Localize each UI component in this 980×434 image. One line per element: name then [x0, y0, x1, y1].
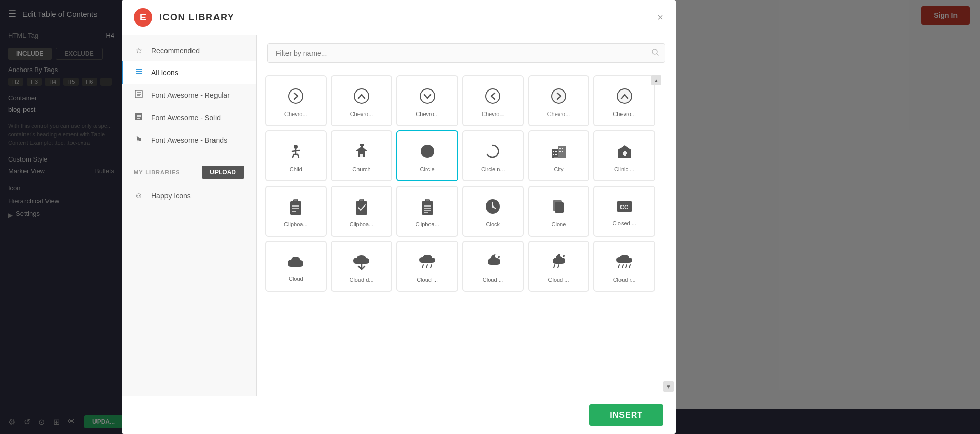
icon-name-circle-notch: Circle n...	[467, 166, 519, 172]
nav-label-all-icons: All Icons	[151, 68, 178, 77]
svg-rect-42	[554, 157, 558, 158]
svg-point-16	[486, 89, 500, 103]
svg-point-18	[617, 89, 632, 103]
icon-card-cloud-moon[interactable]: Cloud ...	[462, 241, 524, 292]
modal-close-button[interactable]: ×	[657, 12, 663, 22]
svg-point-13	[289, 89, 303, 103]
nav-item-happy-icons[interactable]: ☺ Happy Icons	[122, 185, 256, 207]
icon-card-child[interactable]: Child	[265, 130, 327, 181]
nav-label-recommended: Recommended	[151, 47, 200, 55]
nav-label-happy-icons: Happy Icons	[151, 192, 191, 200]
icon-name-chevron-left: Chevro...	[467, 111, 519, 117]
icon-card-chevron-left[interactable]: Chevro...	[462, 75, 524, 126]
search-box	[267, 43, 665, 63]
icon-card-cloud-rain[interactable]: Cloud ...	[396, 241, 458, 292]
svg-marker-44	[617, 145, 632, 150]
search-row	[257, 35, 676, 71]
icon-card-cloud-showers[interactable]: Cloud r...	[593, 241, 655, 292]
icon-card-clipboard-list[interactable]: Clipboa...	[396, 186, 458, 237]
search-input[interactable]	[267, 43, 665, 63]
star-icon: ☆	[134, 45, 144, 55]
clipboard-list-icon	[420, 198, 435, 217]
svg-rect-40	[559, 151, 561, 152]
icon-card-chevron-right[interactable]: Chevro...	[265, 75, 327, 126]
nav-item-fa-regular[interactable]: Font Awesome - Regular	[122, 84, 256, 106]
icon-card-clipboard[interactable]: Clipboa...	[265, 186, 327, 237]
icon-card-clipboard-check[interactable]: Clipboa...	[331, 186, 393, 237]
icon-card-cloud-download[interactable]: Cloud d...	[331, 241, 393, 292]
nav-divider	[134, 155, 244, 155]
chevron-up-circle-icon	[353, 88, 370, 107]
icon-card-church[interactable]: Church	[331, 130, 393, 181]
svg-line-79	[622, 265, 623, 268]
svg-rect-35	[555, 151, 557, 152]
modal-header: E ICON LIBRARY ×	[122, 0, 676, 35]
svg-point-14	[354, 89, 369, 103]
icon-name-clipboard-list: Clipboa...	[401, 221, 453, 227]
svg-rect-56	[360, 199, 363, 201]
svg-line-25	[298, 154, 299, 157]
clinic-icon	[616, 143, 633, 162]
icon-card-cloud[interactable]: Cloud	[265, 241, 327, 292]
icon-card-clinic[interactable]: Clinic ...	[593, 130, 655, 181]
icon-name-chevron-down: Chevro...	[401, 111, 453, 117]
nav-item-all-icons[interactable]: All Icons	[122, 61, 256, 84]
city-icon	[551, 143, 567, 162]
chevron-down-circle-icon	[419, 88, 436, 107]
icon-name-cloud-moon: Cloud ...	[467, 277, 519, 283]
search-icon	[651, 48, 659, 58]
icon-name-clone: Clone	[533, 221, 585, 227]
svg-rect-38	[559, 148, 561, 149]
icon-name-city: City	[533, 166, 585, 172]
circle-icon	[419, 143, 436, 162]
fa-solid-icon	[134, 112, 144, 123]
svg-rect-69	[555, 202, 564, 213]
clock-icon	[485, 198, 501, 217]
icon-name-clipboard-check: Clipboa...	[336, 221, 388, 227]
icon-library-modal: E ICON LIBRARY × ☆ Recommended All	[122, 0, 676, 434]
icon-card-city[interactable]: City	[528, 130, 590, 181]
icon-card-circle[interactable]: Circle	[396, 130, 458, 181]
svg-rect-28	[361, 145, 363, 149]
scroll-down-button[interactable]: ▼	[663, 381, 674, 392]
icon-card-chevron-up[interactable]: Chevro...	[331, 75, 393, 126]
icon-card-clone[interactable]: Clone	[528, 186, 590, 237]
svg-line-74	[426, 265, 427, 268]
icon-card-circle-notch[interactable]: Circle n...	[462, 130, 524, 181]
icon-name-chevron-right: Chevro...	[270, 111, 322, 117]
svg-line-75	[431, 265, 432, 268]
scroll-up-button[interactable]: ▲	[651, 75, 661, 85]
svg-rect-59	[426, 199, 429, 201]
icon-card-cloud-moon-rain[interactable]: Cloud ...	[528, 241, 590, 292]
clipboard-icon	[288, 198, 303, 217]
icon-name-circle: Circle	[401, 166, 453, 172]
cloud-moon-icon	[484, 254, 502, 272]
child-icon	[288, 143, 304, 162]
icon-card-chevron-down[interactable]: Chevro...	[396, 75, 458, 126]
icon-name-cloud-rain: Cloud ...	[401, 277, 453, 283]
upload-button[interactable]: UPLOAD	[202, 166, 244, 179]
svg-text:CC: CC	[620, 204, 628, 210]
icon-card-chevron-right-2[interactable]: Chevro...	[528, 75, 590, 126]
svg-rect-41	[562, 151, 563, 152]
nav-label-fa-regular: Font Awesome - Regular	[151, 91, 230, 99]
nav-item-fa-solid[interactable]: Font Awesome - Solid	[122, 106, 256, 129]
icon-card-chevron-up-2[interactable]: Chevro...	[593, 75, 655, 126]
svg-point-11	[652, 49, 657, 54]
icon-card-closed-caption[interactable]: CC Closed ...	[593, 186, 655, 237]
insert-button[interactable]: INSERT	[589, 404, 663, 426]
svg-rect-37	[555, 154, 557, 155]
fa-regular-icon	[134, 90, 144, 100]
nav-item-recommended[interactable]: ☆ Recommended	[122, 39, 256, 61]
nav-item-fa-brands[interactable]: ⚑ Font Awesome - Brands	[122, 129, 256, 151]
svg-point-17	[552, 89, 566, 103]
icon-name-cloud-moon-rain: Cloud ...	[533, 277, 585, 283]
cloud-icon	[286, 255, 305, 271]
svg-rect-50	[294, 199, 297, 201]
icon-name-clinic: Clinic ...	[599, 166, 650, 172]
chevron-left-circle-icon	[485, 88, 501, 107]
cloud-moon-rain-icon	[549, 254, 568, 272]
svg-line-77	[558, 265, 559, 268]
nav-label-fa-brands: Font Awesome - Brands	[151, 136, 227, 144]
icon-card-clock[interactable]: Clock	[462, 186, 524, 237]
